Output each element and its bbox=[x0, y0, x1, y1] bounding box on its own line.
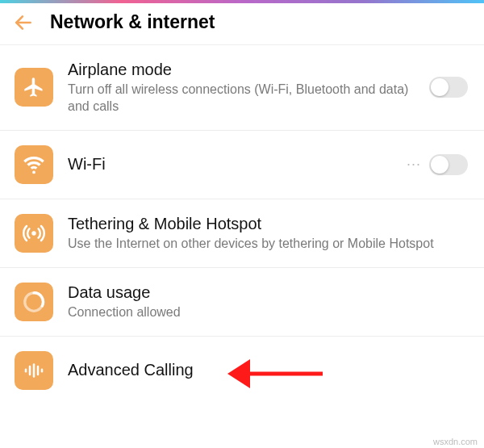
toggle-knob bbox=[431, 156, 449, 174]
toggle-knob bbox=[431, 78, 449, 96]
row-body: Wi-Fi bbox=[68, 154, 407, 174]
page-title: Network & internet bbox=[50, 11, 215, 33]
row-trail: ··· bbox=[407, 154, 468, 175]
back-arrow-icon[interactable] bbox=[13, 12, 34, 33]
row-subtitle: Use the Internet on other devices by tet… bbox=[68, 236, 468, 253]
row-title: Data usage bbox=[68, 283, 468, 303]
row-body: Data usage Connection allowed bbox=[68, 283, 468, 321]
row-trail bbox=[429, 77, 468, 98]
row-title: Advanced Calling bbox=[68, 360, 468, 380]
row-wifi[interactable]: Wi-Fi ··· bbox=[0, 131, 484, 199]
row-title: Airplane mode bbox=[68, 60, 429, 80]
row-subtitle: Connection allowed bbox=[68, 304, 468, 321]
row-data-usage[interactable]: Data usage Connection allowed bbox=[0, 268, 484, 337]
svg-rect-7 bbox=[41, 368, 44, 372]
airplane-icon bbox=[15, 68, 53, 107]
settings-list: Airplane mode Turn off all wireless conn… bbox=[0, 45, 484, 404]
svg-rect-3 bbox=[25, 368, 27, 372]
row-body: Airplane mode Turn off all wireless conn… bbox=[68, 60, 429, 115]
airplane-toggle[interactable] bbox=[429, 77, 468, 98]
svg-rect-6 bbox=[37, 365, 40, 375]
row-body: Advanced Calling bbox=[68, 360, 468, 380]
row-body: Tethering & Mobile Hotspot Use the Inter… bbox=[68, 214, 468, 253]
watermark: wsxdn.com bbox=[433, 437, 478, 446]
svg-rect-5 bbox=[33, 363, 35, 378]
header: Network & internet bbox=[0, 3, 484, 45]
data-usage-icon bbox=[15, 283, 53, 321]
svg-point-1 bbox=[31, 231, 36, 236]
row-title: Tethering & Mobile Hotspot bbox=[68, 214, 468, 234]
calling-bars-icon bbox=[15, 351, 53, 390]
svg-rect-4 bbox=[29, 365, 31, 375]
wifi-toggle[interactable] bbox=[429, 154, 468, 175]
row-subtitle: Turn off all wireless connections (Wi-Fi… bbox=[68, 82, 429, 115]
wifi-icon bbox=[15, 145, 53, 184]
hotspot-icon bbox=[15, 214, 53, 253]
row-tethering-hotspot[interactable]: Tethering & Mobile Hotspot Use the Inter… bbox=[0, 199, 484, 268]
row-advanced-calling[interactable]: Advanced Calling bbox=[0, 337, 484, 404]
row-airplane-mode[interactable]: Airplane mode Turn off all wireless conn… bbox=[0, 45, 484, 131]
more-icon[interactable]: ··· bbox=[407, 156, 421, 173]
row-title: Wi-Fi bbox=[68, 154, 407, 174]
